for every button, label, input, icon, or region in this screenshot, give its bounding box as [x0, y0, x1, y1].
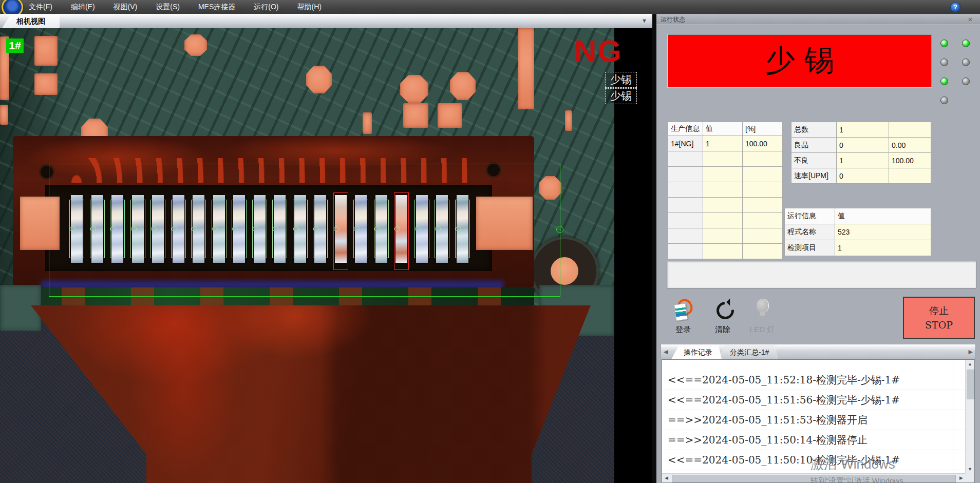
menu-bar: 文件(F)编辑(E)视图(V)设置(S)MES连接器运行(O)帮助(H) ?	[0, 0, 980, 14]
production-table-cell	[703, 228, 743, 244]
menu-item[interactable]: 设置(S)	[156, 3, 180, 12]
production-table-cell	[743, 213, 783, 228]
production-table: 生产信息值[%]1#[NG]1100.00	[668, 122, 783, 259]
defect-tags: 少锡少锡	[605, 72, 637, 105]
production-table-header-cell: 生产信息	[668, 122, 703, 136]
log-entry: <<==2024-05-05_11:50:10-检测完毕-少锡-1#	[663, 450, 965, 470]
tab-camera-view[interactable]: 相机视图	[2, 14, 60, 28]
defect-label: 少锡	[605, 88, 637, 104]
log-tab-strip: ◀ 操作记录分类汇总-1# ▶	[661, 344, 976, 359]
log-entry: <<==2024-05-05_11:52:18-检测完毕-少锡-1#	[663, 370, 965, 390]
status-lamp-on	[940, 78, 948, 85]
defect-banner: 少锡	[668, 34, 932, 87]
production-table-cell	[668, 198, 703, 213]
chevron-down-icon[interactable]: ▼	[642, 17, 647, 24]
stop-button[interactable]: 停止 STOP	[903, 297, 975, 339]
production-table-cell: 1	[703, 136, 743, 151]
production-table-cell	[743, 167, 783, 182]
tab-scroll-right-icon[interactable]: ▶	[969, 349, 973, 355]
log-entry: <<==2024-05-05_11:51:56-检测完毕-少锡-1#	[663, 390, 965, 410]
login-button[interactable]: 登录	[667, 296, 700, 336]
led-button[interactable]: LED 灯	[746, 296, 779, 336]
stats-table-cell: 1	[837, 122, 889, 138]
menu-item[interactable]: 视图(V)	[114, 3, 138, 12]
production-table-cell	[668, 182, 703, 198]
pcb-pad	[306, 66, 332, 93]
camera-tab-bar: 相机视图 ▼	[0, 14, 652, 29]
help-icon[interactable]: ?	[950, 2, 960, 12]
run-info-table-header-cell: 值	[835, 208, 931, 224]
status-lamp-on	[962, 40, 970, 47]
station-label: 1#	[6, 38, 24, 53]
production-table-cell	[668, 151, 703, 167]
app-window: 文件(F)编辑(E)视图(V)设置(S)MES连接器运行(O)帮助(H) ? 相…	[0, 0, 980, 483]
horizontal-scroll-thumb[interactable]	[672, 475, 956, 482]
vertical-scrollbar[interactable]: ▲ ▼	[965, 360, 974, 474]
login-label: 登录	[667, 325, 700, 335]
production-table-cell	[743, 151, 783, 167]
production-table-cell	[703, 167, 743, 182]
menu-item[interactable]: 运行(O)	[254, 3, 278, 12]
production-table-cell	[743, 182, 783, 198]
scroll-down-icon[interactable]: ▼	[966, 465, 974, 474]
pcb-pad	[184, 34, 207, 56]
defect-label: 少锡	[605, 72, 637, 88]
pcb-pad	[438, 103, 462, 128]
status-lamp-off	[940, 96, 948, 104]
production-table-header-cell: [%]	[743, 122, 783, 136]
status-lamp-off	[962, 78, 970, 85]
stats-table-cell: 0	[837, 138, 889, 153]
pcb-pad	[565, 110, 572, 131]
log-column-divider	[953, 360, 953, 473]
log-rows: <<==2024-05-05_11:52:18-检测完毕-少锡-1#<<==20…	[663, 370, 965, 473]
scroll-left-icon[interactable]: ◀	[662, 474, 671, 482]
production-table-cell	[703, 213, 743, 228]
stop-label-cn: 停止	[904, 304, 974, 318]
log-tabs: 操作记录分类汇总-1#	[671, 345, 774, 359]
run-info-table-cell: 程式名称	[785, 224, 835, 240]
menu-item[interactable]: 帮助(H)	[297, 3, 321, 12]
status-panel-title: 运行状态	[661, 16, 685, 23]
stats-table-cell: 速率[UPM]	[791, 168, 837, 184]
clear-label: 清除	[706, 325, 739, 335]
led-label: LED 灯	[746, 325, 779, 335]
status-panel: 少锡 生产信息值[%]1#[NG]1100.00 总数1良品00.00不良110…	[656, 25, 980, 483]
scroll-up-icon[interactable]: ▲	[966, 360, 974, 369]
production-table-cell	[668, 213, 703, 228]
stats-table-cell: 0.00	[889, 138, 931, 153]
production-table-cell	[703, 198, 743, 213]
production-table-header-cell: 值	[703, 122, 743, 136]
status-lamp-on	[940, 40, 948, 47]
stats-table-cell: 总数	[791, 122, 837, 138]
pcb-pad	[400, 75, 428, 103]
production-table-cell	[703, 182, 743, 198]
tab-scroll-left-icon[interactable]: ◀	[664, 349, 668, 355]
production-table-cell	[743, 198, 783, 213]
tab-operation-log[interactable]: 操作记录	[671, 345, 722, 359]
horizontal-scrollbar[interactable]: ◀ ▶	[662, 473, 966, 482]
inspection-roi-box	[49, 164, 560, 297]
run-info-table-cell: 1	[835, 240, 931, 256]
production-table-cell	[703, 151, 743, 167]
clear-button[interactable]: 清除	[706, 296, 739, 336]
menu-item[interactable]: 文件(F)	[29, 3, 52, 12]
log-entry: ==>>2024-05-05_11:51:53-检测器开启	[663, 410, 965, 430]
tab-summary[interactable]: 分类汇总-1#	[718, 345, 778, 359]
run-info-table-cell: 523	[835, 224, 931, 240]
result-label: NG	[574, 33, 623, 69]
menu-items: 文件(F)编辑(E)视图(V)设置(S)MES连接器运行(O)帮助(H)	[29, 0, 322, 14]
menu-item[interactable]: MES连接器	[198, 3, 235, 12]
log-entry: ==>>2024-05-05_11:50:14-检测器停止	[663, 430, 965, 450]
roi-marker-circle	[556, 226, 563, 233]
stats-table-cell: 良品	[791, 138, 837, 153]
close-icon[interactable]: ×	[966, 14, 975, 25]
run-info-table: 运行信息值程式名称523检测项目1	[784, 208, 931, 256]
scroll-right-icon[interactable]: ▶	[957, 474, 966, 482]
stats-table-cell: 100.00	[889, 153, 931, 168]
run-info-table-cell: 检测项目	[785, 240, 835, 256]
stats-table-cell: 不良	[791, 153, 837, 168]
pcb-pad	[0, 105, 8, 125]
menu-item[interactable]: 编辑(E)	[71, 3, 95, 12]
vertical-scroll-thumb[interactable]	[967, 370, 974, 399]
scrollbar-corner	[966, 474, 974, 482]
